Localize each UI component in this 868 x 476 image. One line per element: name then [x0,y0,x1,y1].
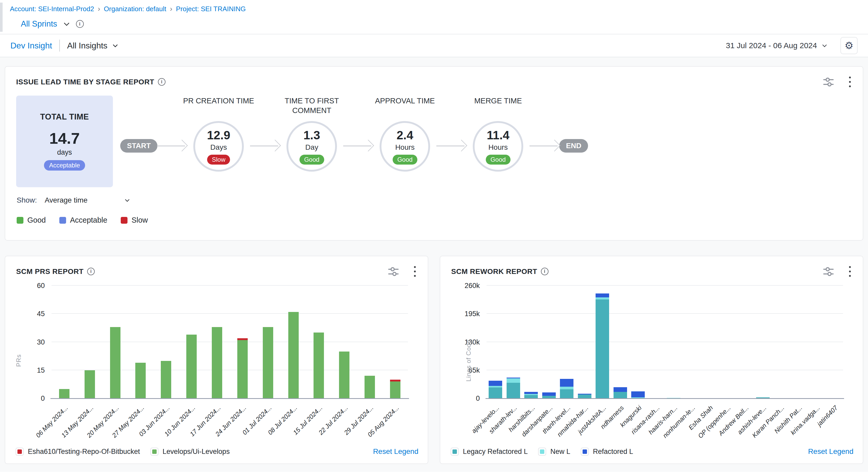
bar[interactable] [161,286,171,398]
bar-segment[interactable] [390,380,400,382]
stage-circle[interactable]: 12.9DaysSlow [193,121,244,172]
bar-segment[interactable] [85,370,95,398]
kebab-menu-icon[interactable] [848,76,852,88]
breadcrumb-item[interactable]: Organization: default [104,5,166,13]
bar-segment[interactable] [186,335,197,398]
bar[interactable] [288,286,299,398]
bar-segment[interactable] [489,381,502,386]
bar[interactable] [365,286,375,398]
bar[interactable] [542,286,556,398]
bar[interactable] [135,286,146,398]
settings-button[interactable]: ⚙ [840,37,858,54]
sprint-selector[interactable]: All Sprints [21,19,57,29]
info-icon[interactable]: i [76,20,84,28]
bar-segment[interactable] [489,387,502,398]
bar[interactable] [649,286,663,398]
bar[interactable] [263,286,273,398]
bar[interactable] [685,286,699,398]
bar-segment[interactable] [596,297,609,299]
insight-header: Dev Insight All Insights 31 Jul 2024 - 0… [0,34,868,57]
info-icon[interactable]: i [541,268,549,275]
bar[interactable] [614,286,627,398]
filter-sliders-icon[interactable] [823,76,834,88]
bar-segment[interactable] [237,340,248,398]
bar-segment[interactable] [313,332,324,398]
bar[interactable] [237,286,248,398]
bar[interactable] [774,286,787,398]
bar-segment[interactable] [59,389,69,398]
stage-circle[interactable]: 11.4HoursGood [473,121,523,172]
reset-legend-link[interactable]: Reset Legend [373,447,418,456]
kebab-menu-icon[interactable] [848,265,852,278]
bar[interactable] [313,286,324,398]
bar[interactable] [524,286,538,398]
bar-segment[interactable] [614,392,627,398]
bar-segment[interactable] [560,389,574,398]
bar[interactable] [390,286,400,398]
legend-item[interactable]: Esha610/Testing-Repo-Of-Bitbucket [16,448,140,456]
date-range-picker[interactable]: 31 Jul 2024 - 06 Aug 2024 [726,41,828,50]
bar[interactable] [110,286,121,398]
bar[interactable] [578,286,591,398]
bar-segment[interactable] [524,392,538,394]
insights-dropdown[interactable]: All Insights [67,41,119,51]
kebab-menu-icon[interactable] [413,265,417,278]
bar-segment[interactable] [161,361,171,398]
legend-item[interactable]: Refactored L [581,448,633,456]
bar-segment[interactable] [596,299,609,398]
legend-item[interactable]: Levelops/Ui-Levelops [150,448,230,456]
bar-segment[interactable] [542,392,556,396]
bar[interactable] [186,286,197,398]
filter-sliders-icon[interactable] [823,266,834,277]
bar[interactable] [212,286,222,398]
bar[interactable] [560,286,574,398]
bar[interactable] [720,286,734,398]
bar[interactable] [703,286,716,398]
bar-segment[interactable] [614,387,627,392]
bar[interactable] [506,286,520,398]
stage-circle[interactable]: 2.4HoursGood [380,121,430,172]
reset-legend-link[interactable]: Reset Legend [808,447,854,456]
chevron-down-icon[interactable] [62,20,71,28]
bar-segment[interactable] [506,383,520,398]
bar[interactable] [631,286,645,398]
bar[interactable] [59,286,69,398]
bar-segment[interactable] [135,363,146,398]
insight-title-link[interactable]: Dev Insight [10,41,52,51]
bar[interactable] [738,286,752,398]
legend-item[interactable]: New L [538,448,570,456]
bar-segment[interactable] [390,382,400,398]
bar[interactable] [339,286,349,398]
legend-item[interactable]: Legacy Refactored L [451,448,528,456]
bar-segment[interactable] [288,312,299,398]
bar-segment[interactable] [212,327,222,398]
bar[interactable] [85,286,95,398]
bar-segment[interactable] [506,378,520,383]
bar-segment[interactable] [365,376,375,398]
bar-segment[interactable] [631,391,645,397]
stage-circle[interactable]: 1.3DayGood [286,121,337,172]
bar-segment[interactable] [560,387,574,389]
bar[interactable] [809,286,823,398]
bar-segment[interactable] [263,327,273,398]
bar-segment[interactable] [596,294,609,297]
bar[interactable] [792,286,805,398]
bar[interactable] [756,286,770,398]
breadcrumb-item[interactable]: Project: SEI TRAINING [176,5,246,13]
bar-segment[interactable] [110,327,121,398]
bar[interactable] [828,286,841,398]
filter-sliders-icon[interactable] [388,266,399,277]
bar-segment[interactable] [578,394,591,398]
show-metric-select[interactable]: Average time [45,196,131,204]
breadcrumb-item[interactable]: Account: SEI-Internal-Prod2 [10,5,94,13]
info-icon[interactable]: i [158,78,165,86]
bar[interactable] [596,286,609,398]
bar-segment[interactable] [524,395,538,398]
bar-segment[interactable] [489,386,502,388]
bar-segment[interactable] [560,379,574,387]
bar[interactable] [489,286,502,398]
bar-segment[interactable] [339,352,349,398]
bar[interactable] [667,286,680,398]
info-icon[interactable]: i [87,268,95,275]
bar-segment[interactable] [237,338,248,340]
